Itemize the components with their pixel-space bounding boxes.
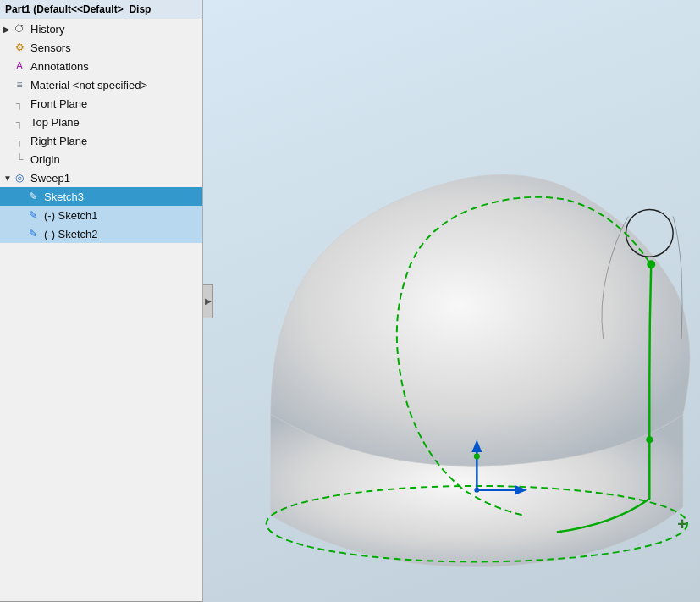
icon-front-plane: ┐ <box>12 96 27 111</box>
svg-point-6 <box>474 488 479 493</box>
icon-history: ⏱ <box>12 21 27 36</box>
icon-annotations: A <box>12 58 27 74</box>
icon-top-plane: ┐ <box>12 114 27 130</box>
label-sweep1: Sweep1 <box>30 172 70 185</box>
svg-point-0 <box>626 210 673 257</box>
tree-item-sketch3[interactable]: ✎Sketch3 <box>0 187 202 206</box>
title-bar: Part1 (Default<<Default>_Disp <box>0 0 202 19</box>
arrow-sweep1: ▼ <box>3 174 12 183</box>
label-top-plane: Top Plane <box>30 116 80 129</box>
tree-item-front-plane[interactable]: ┐Front Plane <box>0 94 202 113</box>
tree-item-sketch1[interactable]: ✎(-) Sketch1 <box>0 206 202 224</box>
feature-tree: ▶⏱History⚙SensorsAAnnotations≡Material <… <box>0 19 202 599</box>
viewport-svg <box>203 0 700 602</box>
tree-item-sensors[interactable]: ⚙Sensors <box>0 38 202 57</box>
icon-sketch3: ✎ <box>25 189 41 204</box>
label-front-plane: Front Plane <box>30 97 87 110</box>
icon-sketch2: ✎ <box>25 226 41 241</box>
icon-material: ≡ <box>12 77 27 92</box>
label-sketch3: Sketch3 <box>44 191 84 203</box>
svg-point-7 <box>647 260 655 268</box>
label-right-plane: Right Plane <box>30 135 87 147</box>
tree-item-sweep1[interactable]: ▼◎Sweep1 <box>0 168 202 187</box>
label-sensors: Sensors <box>30 41 71 54</box>
tree-item-right-plane[interactable]: ┐Right Plane <box>0 131 202 150</box>
tree-item-history[interactable]: ▶⏱History <box>0 19 202 38</box>
label-sketch1: (-) Sketch1 <box>44 209 98 222</box>
tree-item-material[interactable]: ≡Material <not specified> <box>0 75 202 94</box>
label-annotations: Annotations <box>30 60 89 73</box>
arrow-history: ▶ <box>3 25 12 34</box>
collapse-icon: ▶ <box>205 296 212 306</box>
icon-sketch1: ✎ <box>25 207 41 223</box>
label-origin: Origin <box>30 153 60 166</box>
icon-right-plane: ┐ <box>12 133 27 148</box>
tree-item-top-plane[interactable]: ┐Top Plane <box>0 113 202 131</box>
plus-icon: + <box>677 515 687 533</box>
label-material: Material <not specified> <box>30 79 147 91</box>
svg-point-9 <box>474 454 480 460</box>
plus-sign[interactable]: + <box>677 515 687 534</box>
viewport: ▶ <box>203 0 700 602</box>
label-sketch2: (-) Sketch2 <box>44 228 98 240</box>
icon-sensors: ⚙ <box>12 40 27 55</box>
svg-point-8 <box>646 436 653 443</box>
icon-origin: └ <box>12 152 27 167</box>
tree-item-annotations[interactable]: AAnnotations <box>0 57 202 75</box>
sidebar: Part1 (Default<<Default>_Disp ▶⏱History⚙… <box>0 0 203 602</box>
collapse-handle[interactable]: ▶ <box>203 284 213 318</box>
title-text: Part1 (Default<<Default>_Disp <box>5 3 151 15</box>
icon-sweep1: ◎ <box>12 170 27 185</box>
label-history: History <box>30 23 64 36</box>
tree-item-sketch2[interactable]: ✎(-) Sketch2 <box>0 224 202 243</box>
tree-item-origin[interactable]: └Origin <box>0 150 202 168</box>
